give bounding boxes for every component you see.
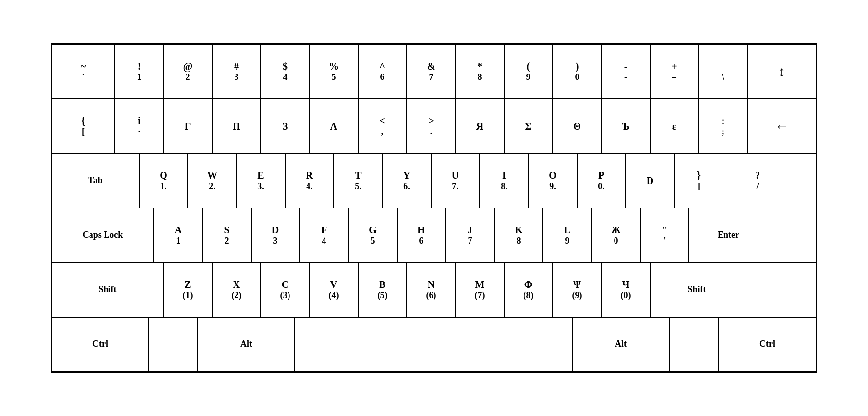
row-qwerty: Tab Q 1. W 2. E 3. R 4. T 5. Y 6. U 7. — [52, 154, 816, 208]
key-6[interactable]: ^ 6 — [359, 45, 407, 98]
key-x[interactable]: X (2) — [213, 263, 261, 317]
key-h[interactable]: H 6 — [398, 208, 446, 262]
key-r[interactable]: R 4. — [286, 154, 334, 208]
key-a[interactable]: A 1 — [154, 208, 203, 262]
key-gamma[interactable]: Γ — [164, 99, 213, 153]
key-colon[interactable]: : ; — [699, 99, 748, 153]
key-phi[interactable]: Φ (8) — [505, 263, 553, 317]
row-zxcv: Shift Z (1) X (2) C (3) V (4) B (5) N (6… — [52, 263, 816, 318]
key-psi[interactable]: Ψ (9) — [553, 263, 602, 317]
key-g[interactable]: G 5 — [349, 208, 398, 262]
key-i-dot[interactable]: i · — [115, 99, 164, 153]
key-quote[interactable]: " ' — [641, 208, 689, 262]
key-space[interactable] — [295, 318, 573, 371]
key-8[interactable]: * 8 — [456, 45, 505, 98]
key-w[interactable]: W 2. — [188, 154, 237, 208]
key-minus[interactable]: - - — [602, 45, 651, 98]
key-epsilon[interactable]: ε — [651, 99, 699, 153]
key-2[interactable]: @ 2 — [164, 45, 213, 98]
key-caps-lock[interactable]: Caps Lock — [52, 208, 154, 262]
key-tab[interactable]: Tab — [52, 154, 140, 208]
key-5[interactable]: % 5 — [310, 45, 359, 98]
keyboard: ~ ` ! 1 @ 2 # 3 $ 4 % 5 ^ 6 & 7 — [51, 43, 817, 373]
key-4[interactable]: $ 4 — [261, 45, 310, 98]
key-shift-left[interactable]: Shift — [52, 263, 164, 317]
key-d-row3[interactable]: D — [626, 154, 675, 208]
key-m[interactable]: M (7) — [456, 263, 505, 317]
row-asdf: Caps Lock A 1 S 2 D 3 F 4 G 5 H 6 J 7 — [52, 208, 816, 263]
key-o[interactable]: O 9. — [529, 154, 578, 208]
key-f[interactable]: F 4 — [300, 208, 349, 262]
key-backspace[interactable]: ↕ — [748, 45, 816, 98]
key-j[interactable]: J 7 — [446, 208, 495, 262]
key-y[interactable]: Y 6. — [383, 154, 432, 208]
key-3[interactable]: # 3 — [213, 45, 261, 98]
key-1[interactable]: ! 1 — [115, 45, 164, 98]
key-zhe[interactable]: Ж 0 — [592, 208, 641, 262]
key-greater[interactable]: > . — [407, 99, 456, 153]
key-spacer-left — [149, 318, 198, 371]
key-b[interactable]: B (5) — [359, 263, 407, 317]
key-alt-left[interactable]: Alt — [198, 318, 295, 371]
key-0[interactable]: ) 0 — [553, 45, 602, 98]
key-lambda[interactable]: Λ — [310, 99, 359, 153]
key-ze[interactable]: З — [261, 99, 310, 153]
key-less[interactable]: < , — [359, 99, 407, 153]
key-ya[interactable]: Я — [456, 99, 505, 153]
key-ctrl-left[interactable]: Ctrl — [52, 318, 149, 371]
key-alt-right[interactable]: Alt — [573, 318, 670, 371]
key-v[interactable]: V (4) — [310, 263, 359, 317]
key-s[interactable]: S 2 — [203, 208, 252, 262]
key-p[interactable]: P 0. — [578, 154, 626, 208]
key-theta[interactable]: Θ — [553, 99, 602, 153]
key-i[interactable]: I 8. — [480, 154, 529, 208]
key-u[interactable]: U 7. — [432, 154, 480, 208]
key-spacer-right — [670, 318, 719, 371]
key-hard-sign[interactable]: Ъ — [602, 99, 651, 153]
key-q[interactable]: Q 1. — [140, 154, 188, 208]
key-e[interactable]: E 3. — [237, 154, 286, 208]
key-tilde[interactable]: ~ ` — [52, 45, 115, 98]
key-enter[interactable]: Enter — [689, 208, 767, 262]
key-bracket-open[interactable]: { [ — [52, 99, 115, 153]
key-brace-close[interactable]: } ] — [675, 154, 723, 208]
key-ctrl-right[interactable]: Ctrl — [719, 318, 816, 371]
key-z[interactable]: Z (1) — [164, 263, 213, 317]
row-bottom: Ctrl Alt Alt Ctrl — [52, 318, 816, 371]
key-k[interactable]: K 8 — [495, 208, 543, 262]
key-backslash[interactable]: | \ — [699, 45, 748, 98]
key-equals[interactable]: + = — [651, 45, 699, 98]
key-back-arrow[interactable]: ← — [748, 99, 816, 153]
row-special: { [ i · Γ П З Λ < , > . Я Σ — [52, 99, 816, 154]
key-n[interactable]: N (6) — [407, 263, 456, 317]
key-d[interactable]: D 3 — [252, 208, 300, 262]
key-pi[interactable]: П — [213, 99, 261, 153]
key-sigma[interactable]: Σ — [505, 99, 553, 153]
row-numbers: ~ ` ! 1 @ 2 # 3 $ 4 % 5 ^ 6 & 7 — [52, 45, 816, 99]
key-t[interactable]: T 5. — [334, 154, 383, 208]
key-che[interactable]: Ч (0) — [602, 263, 651, 317]
key-question[interactable]: ? / — [723, 154, 792, 208]
key-7[interactable]: & 7 — [407, 45, 456, 98]
key-l[interactable]: L 9 — [543, 208, 592, 262]
key-shift-right[interactable]: Shift — [651, 263, 743, 317]
key-9[interactable]: ( 9 — [505, 45, 553, 98]
key-c[interactable]: C (3) — [261, 263, 310, 317]
